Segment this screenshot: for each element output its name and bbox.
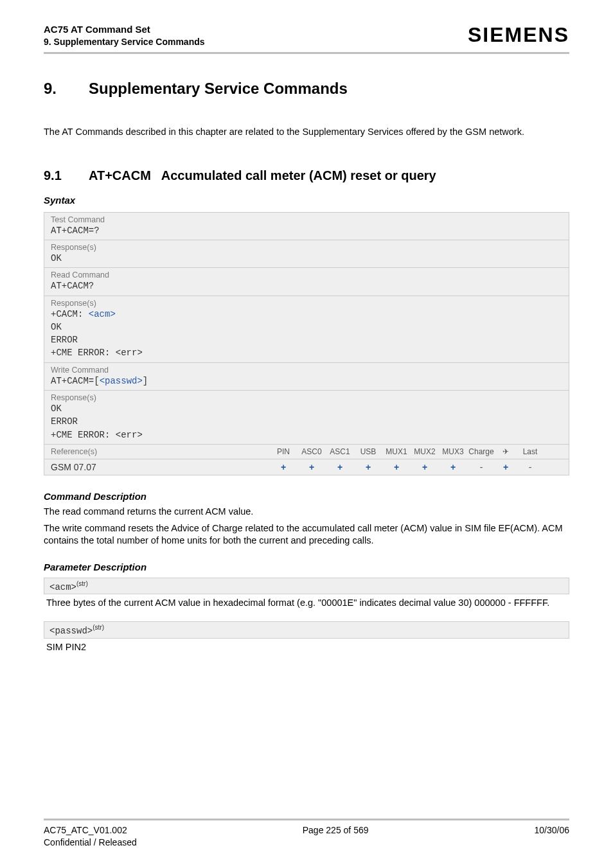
- chapter-heading: 9.Supplementary Service Commands: [44, 80, 569, 98]
- ref-col-airplane-icon: ✈: [495, 447, 516, 456]
- brand-logo: SIEMENS: [468, 23, 569, 47]
- footer-left: AC75_ATC_V01.002 Confidential / Released: [44, 824, 137, 849]
- gsm-val-mux2: +: [411, 462, 439, 472]
- write-response-label: Response(s): [51, 393, 562, 402]
- gsm-val-charge: -: [467, 462, 495, 472]
- section-heading: 9.1AT+CACM Accumulated call meter (ACM) …: [44, 168, 569, 183]
- test-command-row: Test Command AT+CACM=?: [44, 213, 569, 240]
- test-response-code: OK: [51, 252, 562, 265]
- ref-col-pin: PIN: [269, 447, 298, 456]
- command-description-label: Command Description: [44, 491, 569, 502]
- ref-col-charge: Charge: [467, 447, 495, 456]
- param-acm-text: Three bytes of the current ACM value in …: [44, 597, 569, 610]
- read-response-label: Response(s): [51, 299, 562, 308]
- test-response-row: Response(s) OK: [44, 240, 569, 268]
- ref-col-asc1: ASC1: [326, 447, 354, 456]
- gsm-val-asc1: +: [326, 462, 354, 472]
- passwd-link[interactable]: <passwd>: [100, 376, 143, 386]
- page-footer: AC75_ATC_V01.002 Confidential / Released…: [44, 819, 569, 849]
- footer-version: AC75_ATC_V01.002: [44, 824, 137, 837]
- write-response-code: OK ERROR +CME ERROR: <err>: [51, 402, 562, 441]
- param-passwd: <passwd>(str): [44, 621, 569, 639]
- chapter-intro: The AT Commands described in this chapte…: [44, 126, 569, 139]
- header-left: AC75 AT Command Set 9. Supplementary Ser…: [44, 23, 205, 48]
- doc-title: AC75 AT Command Set: [44, 23, 205, 36]
- gsm-val-pin: +: [269, 462, 298, 472]
- write-code-prefix: AT+CACM=[: [51, 376, 100, 386]
- ref-col-last: Last: [516, 447, 544, 456]
- write-command-row: Write Command AT+CACM=[<passwd>]: [44, 363, 569, 391]
- read-command-row: Read Command AT+CACM?: [44, 268, 569, 296]
- page: AC75 AT Command Set 9. Supplementary Ser…: [0, 0, 613, 868]
- cmd-desc-p1: The read command returns the current ACM…: [44, 506, 569, 518]
- syntax-box: Test Command AT+CACM=? Response(s) OK Re…: [44, 212, 569, 475]
- write-code-suffix: ]: [143, 376, 148, 386]
- read-response-code: +CACM: <acm> OK ERROR +CME ERROR: <err>: [51, 308, 562, 360]
- gsm-val-last: -: [516, 462, 544, 472]
- read-resp-prefix: +CACM:: [51, 309, 89, 319]
- gsm-val-mux1: +: [382, 462, 411, 472]
- page-header: AC75 AT Command Set 9. Supplementary Ser…: [44, 23, 569, 54]
- write-command-label: Write Command: [51, 366, 562, 375]
- reference-columns: PIN ASC0 ASC1 USB MUX1 MUX2 MUX3 Charge …: [269, 447, 544, 456]
- gsm-val-mux3: +: [439, 462, 467, 472]
- cmd-desc-p2: The write command resets the Advice of C…: [44, 522, 569, 547]
- read-resp-rest: OK ERROR +CME ERROR: <err>: [51, 322, 143, 359]
- reference-header-row: Reference(s) PIN ASC0 ASC1 USB MUX1 MUX2…: [44, 445, 569, 459]
- test-response-label: Response(s): [51, 243, 562, 252]
- gsm-values: + + + + + + + - + -: [269, 462, 544, 472]
- parameter-description-label: Parameter Description: [44, 562, 569, 572]
- acm-link[interactable]: <acm>: [89, 309, 116, 319]
- param-acm-name: <acm>: [49, 581, 76, 592]
- gsm-label: GSM 07.07: [51, 462, 269, 472]
- doc-subtitle: 9. Supplementary Service Commands: [44, 36, 205, 48]
- param-passwd-name: <passwd>: [49, 626, 93, 636]
- footer-confidential: Confidential / Released: [44, 837, 137, 849]
- chapter-number: 9.: [44, 80, 89, 98]
- gsm-val-asc0: +: [298, 462, 326, 472]
- param-passwd-text: SIM PIN2: [44, 641, 569, 654]
- chapter-title-text: Supplementary Service Commands: [89, 80, 348, 97]
- ref-col-mux2: MUX2: [411, 447, 439, 456]
- section-cmd: AT+CACM: [89, 168, 151, 182]
- read-command-label: Read Command: [51, 270, 562, 279]
- write-response-row: Response(s) OK ERROR +CME ERROR: <err>: [44, 391, 569, 445]
- footer-center: Page 225 of 569: [303, 824, 369, 849]
- syntax-label: Syntax: [44, 195, 569, 206]
- footer-right: 10/30/06: [535, 824, 570, 849]
- ref-col-mux3: MUX3: [439, 447, 467, 456]
- gsm-val-airplane: +: [495, 462, 516, 472]
- reference-label: Reference(s): [51, 447, 269, 456]
- read-response-row: Response(s) +CACM: <acm> OK ERROR +CME E…: [44, 296, 569, 363]
- ref-col-asc0: ASC0: [298, 447, 326, 456]
- param-acm: <acm>(str): [44, 578, 569, 595]
- gsm-val-usb: +: [354, 462, 382, 472]
- test-command-code: AT+CACM=?: [51, 224, 562, 237]
- param-acm-type: (str): [76, 580, 88, 587]
- write-command-code: AT+CACM=[<passwd>]: [51, 375, 562, 387]
- section-number: 9.1: [44, 168, 89, 183]
- ref-col-usb: USB: [354, 447, 382, 456]
- section-title-text: Accumulated call meter (ACM) reset or qu…: [161, 168, 436, 182]
- ref-col-mux1: MUX1: [382, 447, 411, 456]
- test-command-label: Test Command: [51, 215, 562, 224]
- read-command-code: AT+CACM?: [51, 279, 562, 292]
- gsm-row: GSM 07.07 + + + + + + + - + -: [44, 459, 569, 475]
- param-passwd-type: (str): [93, 624, 104, 631]
